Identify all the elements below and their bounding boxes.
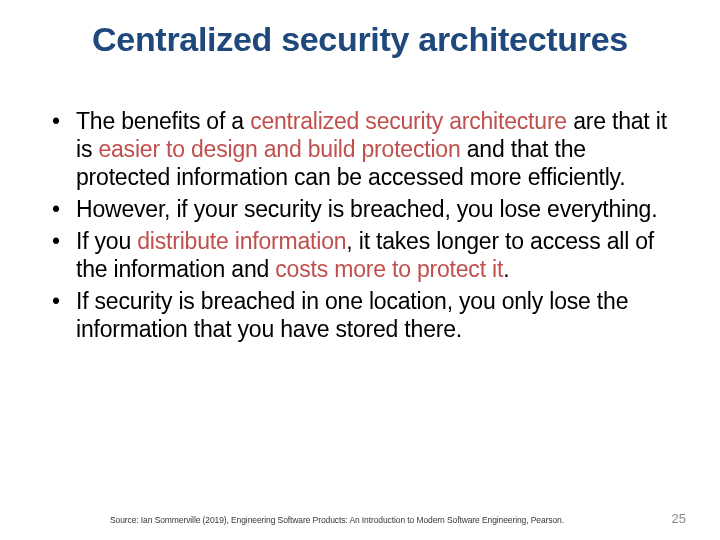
body-text: However, if your security is breached, y… (76, 196, 657, 222)
highlighted-text: costs more to protect it (275, 256, 503, 282)
body-text: . (503, 256, 509, 282)
bullet-list: The benefits of a centralized security a… (44, 107, 670, 343)
body-text: If you (76, 228, 137, 254)
list-item: If you distribute information, it takes … (44, 227, 670, 283)
highlighted-text: centralized security architecture (250, 108, 573, 134)
highlighted-text: distribute information (137, 228, 346, 254)
list-item: If security is breached in one location,… (44, 287, 670, 343)
slide-body: The benefits of a centralized security a… (0, 107, 720, 343)
highlighted-text: easier to design and build protection (98, 136, 466, 162)
list-item: The benefits of a centralized security a… (44, 107, 670, 191)
list-item: However, if your security is breached, y… (44, 195, 670, 223)
body-text: If security is breached in one location,… (76, 288, 628, 342)
page-title: Centralized security architectures (0, 20, 720, 59)
page-number: 25 (672, 511, 686, 526)
body-text: The benefits of a (76, 108, 250, 134)
slide: Centralized security architectures The b… (0, 0, 720, 540)
footer: Source: Ian Sommerville (2019), Engineer… (0, 511, 720, 526)
source-citation: Source: Ian Sommerville (2019), Engineer… (110, 515, 564, 525)
